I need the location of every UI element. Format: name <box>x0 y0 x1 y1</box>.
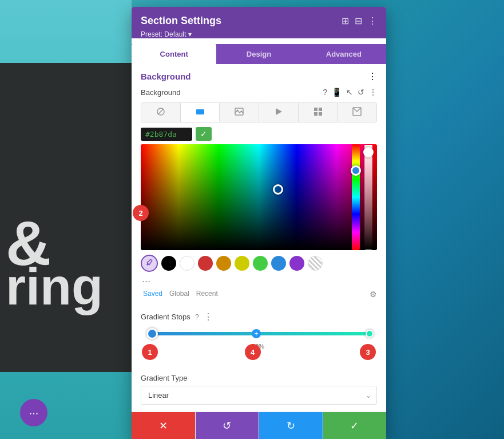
panel-header-top: Section Settings ⊞ ⊟ ⋮ <box>141 15 377 27</box>
bg-dark-area: & ring <box>0 63 132 372</box>
hue-slider[interactable] <box>352 144 360 250</box>
gradient-canvas-inner <box>141 144 377 250</box>
swatch-more-row: ··· <box>141 275 377 287</box>
color-picker: 2 ✓ <box>141 127 377 299</box>
svg-rect-8 <box>314 112 318 116</box>
background-label: Background <box>141 88 180 97</box>
panel-header: Section Settings ⊞ ⊟ ⋮ Preset: Default ▾ <box>132 7 386 38</box>
swatch-row <box>141 255 377 272</box>
fab-button[interactable]: ··· <box>20 399 47 426</box>
gradient-badge-4: 4 <box>245 344 261 360</box>
panel-header-icons: ⊞ ⊟ ⋮ <box>342 15 377 26</box>
fab-icon: ··· <box>29 406 39 420</box>
footer-save-button[interactable]: ✓ <box>323 412 387 439</box>
section-settings-panel: Section Settings ⊞ ⊟ ⋮ Preset: Default ▾… <box>132 7 386 439</box>
panel-body: Background ⋮ Background ? 📱 ↖ ↺ ⋮ <box>132 64 386 412</box>
cursor-icon[interactable]: ↖ <box>346 88 353 97</box>
svg-line-1 <box>158 109 164 114</box>
color-hex-input[interactable] <box>141 128 192 141</box>
swatch-red[interactable] <box>198 256 213 271</box>
bg-type-none[interactable] <box>141 103 181 122</box>
svg-rect-9 <box>319 112 322 116</box>
hue-slider-thumb[interactable] <box>351 165 361 176</box>
tab-content[interactable]: Content <box>132 44 216 64</box>
reset-icon[interactable]: ↺ <box>358 88 364 97</box>
panel-tabs: Content Design Advanced <box>132 44 386 64</box>
panel-title: Section Settings <box>141 15 221 27</box>
background-section-title: Background <box>141 72 191 81</box>
device-icon[interactable]: 📱 <box>332 88 342 97</box>
panel-footer: ✕ ↺ ↻ ✓ <box>132 412 386 439</box>
fullscreen-icon[interactable]: ⊞ <box>342 15 349 26</box>
more-icon[interactable]: ⋮ <box>368 15 377 26</box>
gradient-slider[interactable]: + 32% 1 4 3 <box>141 328 377 339</box>
gradient-stops-header: Gradient Stops ? ⋮ <box>141 311 377 322</box>
bg-type-color[interactable] <box>181 103 220 122</box>
gradient-stops-more-icon[interactable]: ⋮ <box>204 311 213 322</box>
svg-rect-2 <box>196 109 204 114</box>
swatch-black[interactable] <box>161 256 176 271</box>
swatch-yellow[interactable] <box>235 256 249 271</box>
footer-redo-button[interactable]: ↻ <box>259 412 323 439</box>
swatch-settings-icon[interactable]: ⚙ <box>370 290 377 299</box>
swatch-purple[interactable] <box>289 256 304 271</box>
gradient-type-label: Gradient Type <box>141 374 377 382</box>
gradient-canvas[interactable] <box>141 144 377 250</box>
background-section: Background ⋮ Background ? 📱 ↖ ↺ ⋮ <box>132 64 386 311</box>
swatch-white[interactable] <box>180 256 195 271</box>
footer-cancel-button[interactable]: ✕ <box>132 412 196 439</box>
bg-type-pattern[interactable] <box>299 103 338 122</box>
swatch-transparent[interactable] <box>308 256 323 271</box>
gradient-type-section: Gradient Type Linear Radial Conic ⌄ <box>132 374 386 412</box>
gradient-stops-help-icon[interactable]: ? <box>195 313 199 321</box>
gradient-stop-right-thumb[interactable] <box>366 330 374 338</box>
gradient-stops-label: Gradient Stops <box>141 313 191 321</box>
swatch-tab-saved[interactable]: Saved <box>143 290 162 299</box>
swatch-blue[interactable] <box>271 256 286 271</box>
gradient-badge-1: 1 <box>142 344 158 360</box>
tab-advanced[interactable]: Advanced <box>301 44 386 64</box>
color-picker-handle[interactable] <box>273 184 283 195</box>
help-icon[interactable]: ? <box>323 88 327 97</box>
swatch-tab-recent[interactable]: Recent <box>196 290 218 299</box>
gradient-add-stop-button[interactable]: + <box>252 329 261 338</box>
background-control-icons: ? 📱 ↖ ↺ ⋮ <box>323 88 377 97</box>
swatch-more-button[interactable]: ··· <box>142 275 150 287</box>
gradient-stop-left-thumb[interactable] <box>146 328 158 339</box>
gradient-stops-section: Gradient Stops ? ⋮ + 32% 1 4 <box>132 311 386 374</box>
background-controls-row: Background ? 📱 ↖ ↺ ⋮ <box>141 88 377 97</box>
bg-type-mask[interactable] <box>338 103 376 122</box>
color-dropper-button[interactable] <box>141 255 158 272</box>
bg-type-image[interactable] <box>220 103 259 122</box>
bg-left-panel: & ring <box>0 0 132 439</box>
opacity-slider[interactable] <box>364 144 372 250</box>
swatch-orange[interactable] <box>216 256 231 271</box>
svg-marker-5 <box>276 108 282 115</box>
swatch-green[interactable] <box>253 256 268 271</box>
background-section-more[interactable]: ⋮ <box>368 71 377 82</box>
gradient-badge-3: 3 <box>360 344 376 360</box>
background-type-tabs <box>141 102 377 122</box>
gradient-type-select[interactable]: Linear Radial Conic <box>141 386 377 405</box>
swatch-tab-global[interactable]: Global <box>169 290 189 299</box>
opacity-slider-thumb[interactable] <box>363 147 374 157</box>
split-icon[interactable]: ⊟ <box>355 15 362 26</box>
bg-type-video[interactable] <box>259 103 299 122</box>
ring-decoration: ring <box>6 258 103 317</box>
gradient-type-select-wrap: Linear Radial Conic ⌄ <box>141 386 377 405</box>
footer-undo-button[interactable]: ↺ <box>196 412 260 439</box>
svg-rect-7 <box>319 108 322 111</box>
swatch-tabs: Saved Global Recent ⚙ <box>141 290 377 299</box>
svg-rect-6 <box>314 108 318 111</box>
background-section-header: Background ⋮ <box>141 71 377 82</box>
bg-more-icon[interactable]: ⋮ <box>369 88 377 97</box>
color-confirm-button[interactable]: ✓ <box>196 127 212 141</box>
preset-label[interactable]: Preset: Default ▾ <box>141 30 377 38</box>
color-hex-row: ✓ <box>141 127 377 141</box>
badge-2: 2 <box>133 205 149 221</box>
tab-design[interactable]: Design <box>216 44 301 64</box>
